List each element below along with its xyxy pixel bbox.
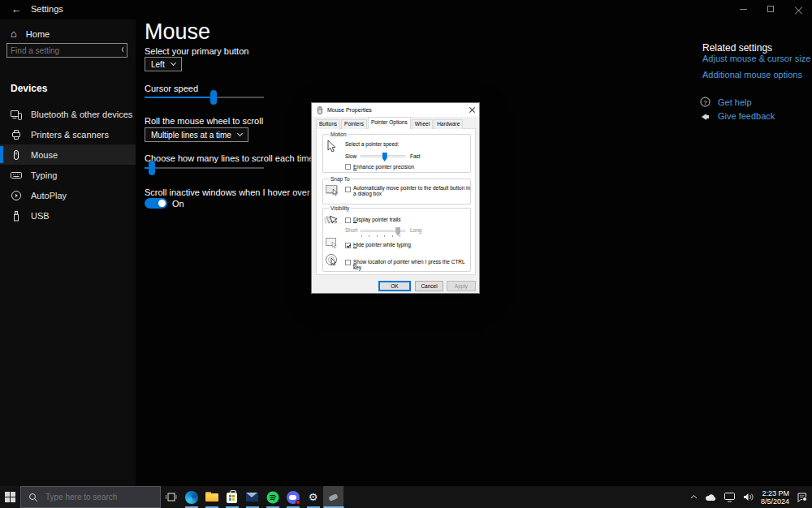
wheel-dropdown[interactable]: Multiple lines at a time [145,127,248,142]
snap-to-group: Snap To Automatically move pointer to th… [322,179,471,204]
tab-buttons[interactable]: Buttons [316,119,340,129]
mail-icon [246,493,258,502]
sidebar-item-printers[interactable]: Printers & scanners [0,124,136,144]
pointer-speed-thumb[interactable] [382,153,387,161]
taskbar-search[interactable] [20,486,161,508]
taskbar-item-settings[interactable]: ⚙ [303,486,323,508]
get-help-link[interactable]: ? Get help [700,97,752,107]
sidebar: ⌂ Home Devices Bluetooth & other devices… [0,19,136,486]
visibility-group: Visibility Display pointer trails Short [322,208,471,272]
snap-cursor-icon [332,189,339,197]
ctrl-locate-label[interactable]: Show location of pointer when I press th… [353,259,470,270]
visibility-group-label: Visibility [329,205,351,211]
get-help-icon: ? [700,97,710,107]
taskbar-item-spotify[interactable] [262,486,283,508]
keyboard-icon [11,170,22,181]
inactive-scroll-label: Scroll inactive windows when I hover ove… [145,187,332,197]
svg-text:?: ? [703,99,707,106]
cursor-speed-slider[interactable] [145,97,264,98]
cancel-button[interactable]: Cancel [415,281,443,291]
cursor-speed-fill [145,97,214,98]
pointer-speed-slider[interactable] [360,155,406,157]
discord-icon [287,491,300,504]
apply-button[interactable]: Apply [447,281,476,291]
sidebar-item-autoplay[interactable]: AutoPlay [0,185,136,205]
close-icon [795,6,802,13]
start-button[interactable] [0,486,20,508]
give-feedback-link[interactable]: Give feedback [700,110,775,121]
tab-wheel[interactable]: Wheel [412,119,433,129]
clock-time: 2:23 PM [762,489,789,497]
notification-badge [296,500,300,505]
store-icon [227,493,237,503]
long-label: Long [410,227,421,233]
task-view-button[interactable] [161,486,181,508]
cursor-speed-thumb[interactable] [210,90,217,105]
link-adjust-mouse-cursor-size[interactable]: Adjust mouse & cursor size [702,54,810,63]
pointer-icon [326,140,338,154]
enhance-precision-checkbox[interactable] [345,164,351,170]
network-icon [724,493,736,502]
fast-label: Fast [410,153,421,159]
maximize-button[interactable] [757,0,784,18]
dialog-titlebar[interactable]: Mouse Properties [312,103,479,117]
sidebar-item-mouse[interactable]: Mouse [0,144,136,165]
taskbar-item-mouse-properties[interactable] [323,486,343,508]
back-icon[interactable]: ← [6,2,26,18]
minimize-button[interactable] [729,0,757,18]
snap-to-group-label: Snap To [329,176,352,182]
volume-tray-button[interactable] [743,493,754,502]
snap-to-label[interactable]: Automatically move pointer to the defaul… [353,185,472,196]
sidebar-item-label: Typing [31,170,57,180]
volume-icon [743,493,754,502]
taskbar-item-mail[interactable] [242,486,262,508]
chevron-down-icon [171,60,176,66]
tab-pointer-options[interactable]: Pointer Options [368,117,411,129]
taskbar-search-input[interactable] [44,492,149,502]
taskbar-item-store[interactable] [222,486,242,508]
ok-button[interactable]: OK [378,281,411,291]
file-explorer-icon [205,492,218,502]
action-center-button[interactable] [797,492,807,502]
give-feedback-icon [700,110,710,121]
sidebar-item-label: Printers & scanners [31,130,109,140]
link-additional-mouse-options[interactable]: Additional mouse options [702,70,802,80]
task-view-icon [165,492,177,502]
inactive-scroll-toggle[interactable] [145,198,167,209]
taskbar-item-file-explorer[interactable] [201,486,222,508]
tab-hardware[interactable]: Hardware [434,119,463,129]
wheel-value: Multiple lines at a time [151,131,231,140]
slow-label: Slow [345,153,356,159]
close-button[interactable] [784,0,812,18]
taskbar-item-edge[interactable] [181,486,201,508]
hide-pointer-label[interactable]: Hide pointer while typing [353,242,411,248]
sidebar-item-home[interactable]: ⌂ Home [0,24,136,44]
notification-badge [802,497,807,502]
primary-button-dropdown[interactable]: Left [145,57,182,71]
display-trails-label[interactable]: Display pointer trails [353,217,401,222]
mouse-properties-taskbar-icon [328,493,339,501]
sidebar-item-usb[interactable]: USB [0,205,136,226]
sidebar-item-bluetooth[interactable]: Bluetooth & other devices [0,104,136,124]
sidebar-item-typing[interactable]: Typing [0,165,136,185]
dialog-title: Mouse Properties [327,107,372,113]
enhance-precision-label[interactable]: Enhance pointer precision [353,164,414,170]
onedrive-tray-button[interactable] [705,493,717,502]
app-title: Settings [31,4,63,14]
snap-to-checkbox[interactable] [345,187,351,192]
tray-chevron-button[interactable] [690,494,698,500]
display-trails-checkbox[interactable] [345,217,351,223]
network-tray-button[interactable] [724,493,736,502]
lines-slider[interactable] [145,167,264,169]
dialog-close-button[interactable] [464,103,479,117]
page-title: Mouse [145,19,210,45]
taskbar-clock[interactable]: 2:23 PM 8/5/2024 [761,489,789,506]
ctrl-locate-checkbox[interactable] [345,260,351,265]
tab-pointers[interactable]: Pointers [341,119,367,129]
hide-pointer-checkbox[interactable] [345,243,351,248]
settings-search[interactable] [6,43,127,58]
sidebar-item-label: USB [31,211,50,221]
settings-search-input[interactable] [7,46,121,55]
taskbar-item-discord[interactable] [283,486,303,508]
lines-thumb[interactable] [149,161,155,175]
